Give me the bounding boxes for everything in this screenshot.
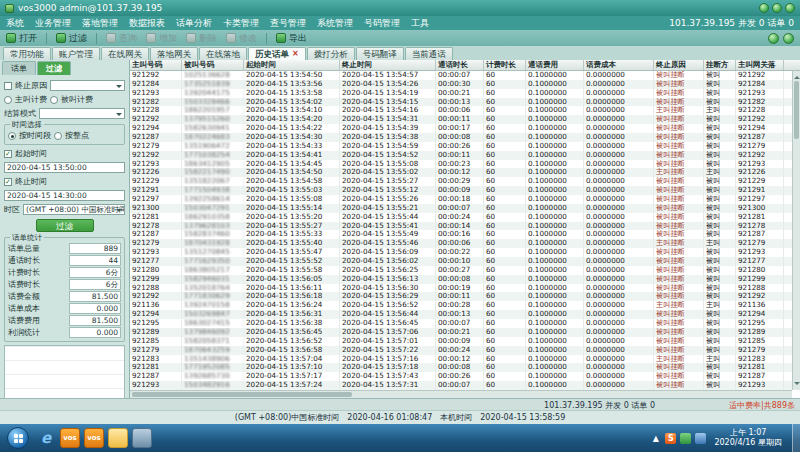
time-range-radio[interactable] xyxy=(8,132,16,140)
column-header-通话时长[interactable]: 通话时长 xyxy=(436,60,484,70)
table-row[interactable]: 92127813796281032020-04-15 13:55:272020-… xyxy=(130,222,792,231)
column-header-计费时长[interactable]: 计费时长 xyxy=(484,60,526,70)
folder-icon[interactable] xyxy=(108,428,128,448)
time-point-radio[interactable] xyxy=(54,132,62,140)
menu-系统管理[interactable]: 系统管理 xyxy=(317,17,353,30)
security-tray-icon[interactable] xyxy=(680,433,691,444)
timezone-dropdown[interactable]: (GMT +08:00) 中国标准时间 xyxy=(23,204,125,215)
menu-落地管理[interactable]: 落地管理 xyxy=(82,17,118,30)
table-row[interactable]: 92127918706432592020-04-15 13:56:582020-… xyxy=(130,346,792,355)
table-row[interactable]: 92128718702246832020-04-15 13:54:302020-… xyxy=(130,133,792,142)
table-row[interactable]: 92122818622019572020-04-15 13:54:102020-… xyxy=(130,106,792,115)
table-row[interactable]: 92129315034829162020-04-15 13:57:242020-… xyxy=(130,381,792,390)
menu-工具[interactable]: 工具 xyxy=(411,17,429,30)
menu-号码管理[interactable]: 号码管理 xyxy=(364,17,400,30)
tab-落地网关[interactable]: 落地网关 xyxy=(150,47,198,60)
tab-在线落地[interactable]: 在线落地 xyxy=(199,47,247,60)
minimize-button[interactable] xyxy=(759,3,769,13)
start-time-checkbox[interactable] xyxy=(4,150,12,158)
tab-当前通话[interactable]: 当前通话 xyxy=(405,47,453,60)
show-desktop-button[interactable] xyxy=(792,424,800,452)
scroll-up-icon[interactable] xyxy=(794,73,800,79)
table-row[interactable]: 92113613924701582020-04-15 13:56:242020-… xyxy=(130,301,792,310)
horizontal-scrollbar[interactable] xyxy=(130,390,792,398)
caller-billing-radio[interactable] xyxy=(4,96,12,104)
table-row[interactable]: 92127913519064722020-04-15 13:54:332020-… xyxy=(130,142,792,151)
end-time-input[interactable] xyxy=(4,190,125,201)
table-row[interactable]: 92122913518220672020-04-15 13:54:582020-… xyxy=(130,177,792,186)
taskbar-clock[interactable]: 上午 1:07 2020/4/16 星期四 xyxy=(714,428,782,448)
column-header-起始时间[interactable]: 起始时间 xyxy=(244,60,340,70)
vertical-scrollbar[interactable] xyxy=(792,71,800,390)
maximize-button[interactable] xyxy=(772,3,782,13)
table-row[interactable]: 92129213795152602020-04-15 13:54:202020-… xyxy=(130,115,792,124)
toolbar-round-button-1[interactable] xyxy=(768,33,779,44)
close-button[interactable] xyxy=(785,3,795,13)
table-row[interactable]: 92128313514389062020-04-15 13:57:042020-… xyxy=(130,355,792,364)
table-row[interactable]: 92128713926857302020-04-15 13:57:172020-… xyxy=(130,372,792,381)
menu-卡类管理[interactable]: 卡类管理 xyxy=(223,17,259,30)
table-row[interactable]: 92127717716293502020-04-15 13:55:522020-… xyxy=(130,257,792,266)
end-time-checkbox[interactable] xyxy=(4,178,12,186)
column-header-通话费用[interactable]: 通话费用 xyxy=(526,60,584,70)
horizontal-scroll-thumb[interactable] xyxy=(132,392,352,397)
table-row[interactable]: 92122615822174902020-04-15 13:54:502020-… xyxy=(130,168,792,177)
table-row[interactable]: 92129217718306292020-04-15 13:56:182020-… xyxy=(130,292,792,301)
table-row[interactable]: 92127918704319282020-04-15 13:55:402020-… xyxy=(130,239,792,248)
start-time-input[interactable] xyxy=(4,162,125,173)
end-reason-checkbox[interactable] xyxy=(4,82,12,90)
table-row[interactable]: 92129117715049382020-04-15 13:55:032020-… xyxy=(130,186,792,195)
table-row[interactable]: 92128215033284662020-04-15 13:54:022020-… xyxy=(130,98,792,107)
table-row[interactable]: 92128813520187642020-04-15 13:56:112020-… xyxy=(130,284,792,293)
column-header-终止原因[interactable]: 终止原因 xyxy=(654,60,704,70)
column-header-主叫网关落[interactable]: 主叫网关落 xyxy=(736,60,784,70)
settle-mode-dropdown[interactable] xyxy=(39,108,125,119)
tray-expand-icon[interactable]: ▲ xyxy=(650,433,661,444)
table-row[interactable]: 92129713922586142020-04-15 13:55:082020-… xyxy=(130,195,792,204)
column-header-终止时间[interactable]: 终止时间 xyxy=(340,60,436,70)
menu-话单分析[interactable]: 话单分析 xyxy=(176,17,212,30)
end-reason-dropdown[interactable] xyxy=(50,80,125,91)
computer-icon[interactable] xyxy=(132,428,152,448)
tab-历史话单[interactable]: 历史话单× xyxy=(248,47,306,60)
table-row[interactable]: 92128913798460922020-04-15 13:56:452020-… xyxy=(130,328,792,337)
column-header-话费成本[interactable]: 话费成本 xyxy=(584,60,654,70)
menu-查号管理[interactable]: 查号管理 xyxy=(270,17,306,30)
menu-数据报表[interactable]: 数据报表 xyxy=(129,17,165,30)
vertical-scroll-thumb[interactable] xyxy=(794,81,799,139)
table-row[interactable]: 92129318634129052020-04-15 13:54:452020-… xyxy=(130,160,792,169)
menu-系统[interactable]: 系统 xyxy=(6,17,24,30)
table-row[interactable]: 92130015030472912020-04-15 13:55:142020-… xyxy=(130,204,792,213)
table-row[interactable]: 92129313920441752020-04-15 13:53:582020-… xyxy=(130,89,792,98)
table-row[interactable]: 92128118629103582020-04-15 13:55:202020-… xyxy=(130,213,792,222)
sidebar-tab-filter[interactable]: 过滤 xyxy=(37,61,71,75)
table-row[interactable]: 92128417352518392020-04-15 13:53:562020-… xyxy=(130,80,792,89)
filter-button[interactable]: 过滤 xyxy=(36,219,94,232)
tab-账户管理[interactable]: 账户管理 xyxy=(52,47,100,60)
table-row[interactable]: 92129313512708452020-04-15 13:55:472020-… xyxy=(130,248,792,257)
table-row[interactable]: 92129415032698472020-04-15 13:56:312020-… xyxy=(130,310,792,319)
table-row[interactable]: 92128515820583712020-04-15 13:56:522020-… xyxy=(130,337,792,346)
table-row[interactable]: 92128018638052172020-04-15 13:55:582020-… xyxy=(130,266,792,275)
callee-billing-radio[interactable] xyxy=(50,96,58,104)
input-method-icon[interactable]: S xyxy=(665,433,676,444)
network-tray-icon[interactable] xyxy=(695,433,706,444)
toolbar-open-button[interactable]: 打开 xyxy=(6,32,37,45)
table-row[interactable]: 92128715828374602020-04-15 13:55:332020-… xyxy=(130,230,792,239)
title-bar[interactable]: vos3000 admin@101.37.39.195 xyxy=(0,0,800,16)
vos-1-icon[interactable]: vos xyxy=(60,428,80,448)
tab-拨打分析[interactable]: 拨打分析 xyxy=(307,47,355,60)
toolbar-round-button-2[interactable] xyxy=(783,33,794,44)
menu-业务管理[interactable]: 业务管理 xyxy=(35,17,71,30)
tab-在线网关[interactable]: 在线网关 xyxy=(101,47,149,60)
table-row[interactable]: 92129210251366282020-04-15 13:54:502020-… xyxy=(130,71,792,80)
vos-2-icon[interactable]: vos xyxy=(84,428,104,448)
table-row[interactable]: 92129415826309412020-04-15 13:54:222020-… xyxy=(130,124,792,133)
tab-常用功能[interactable]: 常用功能 xyxy=(3,47,51,60)
table-row[interactable]: 92129915829460312020-04-15 13:56:052020-… xyxy=(130,275,792,284)
toolbar-filter-button[interactable]: 过滤 xyxy=(56,32,87,45)
ie-icon[interactable]: e xyxy=(36,428,56,448)
start-button[interactable] xyxy=(7,427,29,449)
table-row[interactable]: 92129518630274152020-04-15 13:56:382020-… xyxy=(130,319,792,328)
tab-close-icon[interactable]: × xyxy=(292,48,299,60)
